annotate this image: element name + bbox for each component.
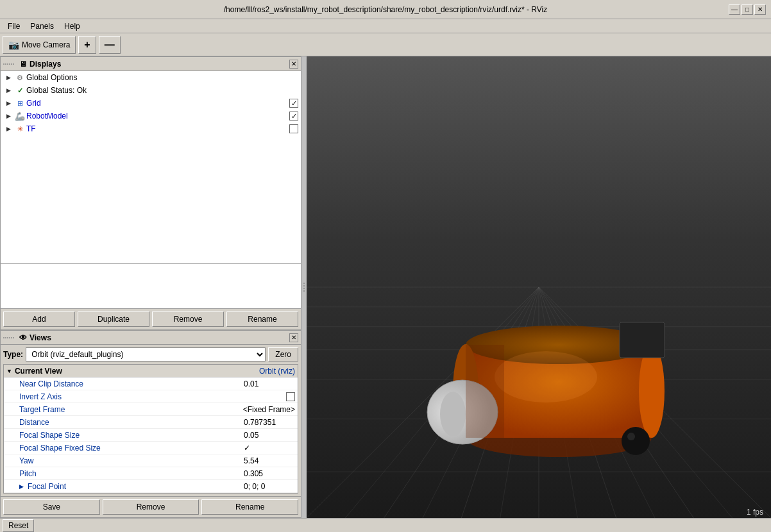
view-prop-near-clip: Near Clip Distance 0.01 [4,378,298,390]
bottom-bar: Reset [0,518,771,532]
tf-checkbox[interactable] [289,124,298,133]
view-prop-target-frame: Target Frame <Fixed Frame> [4,403,298,416]
toolbar: 📷 Move Camera + — [0,33,771,56]
tree-arrow-tf[interactable]: ▶ [3,124,13,134]
focal-shape-size-value: 0.05 [244,431,295,440]
fps-display: 1 fps [744,506,766,518]
displays-panel-header: 🖥 Displays ✕ [1,57,301,71]
close-button[interactable]: ✕ [754,4,766,15]
camera-icon: 📷 [8,40,19,50]
current-view-header[interactable]: ▼ Current View Orbit (rviz) [4,365,298,378]
views-remove-button[interactable]: Remove [103,499,199,515]
list-item[interactable]: ▶ ✳ TF [1,122,301,135]
maximize-button[interactable]: □ [741,4,753,15]
svg-point-33 [627,433,635,440]
displays-panel-title: 🖥 Displays [3,60,61,69]
checkmark-icon: ✓ [15,85,25,96]
displays-content: ▶ ⚙ Global Options ▶ ✓ Global Status: Ok… [1,71,301,263]
menu-bar: File Panels Help [0,19,771,33]
displays-buttons: Add Duplicate Remove Rename [1,308,301,329]
svg-point-32 [622,427,650,455]
distance-value: 0.787351 [244,418,295,427]
focal-shape-size-label: Focal Shape Size [19,431,241,440]
svg-rect-35 [466,345,504,438]
robot-model-label: RobotModel [26,112,288,121]
pitch-label: Pitch [19,469,241,478]
tree-arrow-global-options[interactable]: ▶ [3,72,13,83]
distance-label: Distance [19,418,241,427]
yaw-label: Yaw [19,456,241,465]
tree-arrow-grid[interactable]: ▶ [3,98,13,108]
main-content: 🖥 Displays ✕ ▶ ⚙ Global Options ▶ ✓ Glob… [0,56,771,518]
svg-rect-27 [620,322,665,358]
tf-label: TF [26,124,288,133]
remove-display-button[interactable]: — [99,36,121,54]
add-button[interactable]: Add [3,312,75,327]
window-title: /home/lll/ros2_ws/install/my_robot_descr… [224,5,547,14]
yaw-value: 5.54 [244,456,295,465]
target-frame-label: Target Frame [19,405,241,414]
list-item[interactable]: ▶ 🦾 RobotModel [1,110,301,122]
views-type-label: Type: [3,350,23,359]
views-zero-button[interactable]: Zero [268,347,298,362]
reset-button[interactable]: Reset [3,519,34,532]
focal-point-value: 0; 0; 0 [244,482,295,491]
duplicate-button[interactable]: Duplicate [78,312,149,327]
target-frame-value: <Fixed Frame> [243,405,295,414]
view-prop-focal-shape-size: Focal Shape Size 0.05 [4,429,298,442]
views-panel: 👁 Views ✕ Type: Orbit (rviz_default_plug… [0,330,301,518]
move-camera-label: Move Camera [22,40,70,49]
current-view-value: Orbit (rviz) [259,367,295,376]
menu-help[interactable]: Help [59,21,85,32]
views-type-dropdown[interactable]: Orbit (rviz_default_plugins) [26,347,266,362]
3d-viewport[interactable]: 1 fps [307,56,771,518]
view-prop-focal-point: ▶ Focal Point 0; 0; 0 [4,480,298,493]
list-item[interactable]: ▶ ⊞ Grid [1,97,301,110]
gear-icon: ⚙ [15,72,25,83]
title-bar: /home/lll/ros2_ws/install/my_robot_descr… [0,0,771,19]
near-clip-label: Near Clip Distance [19,379,241,388]
views-type-row: Type: Orbit (rviz_default_plugins) Zero [3,347,298,362]
tree-arrow-global-status[interactable]: ▶ [3,85,13,96]
views-title-text: Views [30,333,51,342]
global-options-label: Global Options [26,73,298,82]
robot-model-checkbox[interactable] [289,112,298,121]
view-prop-distance: Distance 0.787351 [4,416,298,429]
tree-arrow-robotmodel[interactable]: ▶ [3,111,13,121]
svg-point-26 [639,344,665,438]
robot-model [418,249,687,467]
add-display-button[interactable]: + [78,36,96,54]
displays-panel: 🖥 Displays ✕ ▶ ⚙ Global Options ▶ ✓ Glob… [0,56,301,330]
displays-title-text: Displays [30,60,61,69]
menu-file[interactable]: File [3,21,25,32]
views-content: Type: Orbit (rviz_default_plugins) Zero … [1,345,301,496]
views-icon: 👁 [19,333,27,342]
invert-z-label: Invert Z Axis [19,392,284,401]
views-close-button[interactable]: ✕ [289,333,298,342]
remove-button[interactable]: Remove [152,312,224,327]
views-save-button[interactable]: Save [3,499,100,515]
rename-button[interactable]: Rename [226,312,298,327]
grid-checkbox[interactable] [289,99,298,108]
tf-icon: ✳ [15,124,25,134]
views-rename-button[interactable]: Rename [201,499,298,515]
minimize-button[interactable]: — [729,4,740,15]
pitch-value: 0.305 [244,469,295,478]
robot-model-icon: 🦾 [15,111,25,121]
grid-icon: ⊞ [15,98,25,108]
panel-grip [3,63,14,65]
move-camera-button[interactable]: 📷 Move Camera [3,36,76,54]
displays-icon: 🖥 [19,60,27,69]
list-item[interactable]: ▶ ⚙ Global Options [1,71,301,84]
list-item[interactable]: ▶ ✓ Global Status: Ok [1,84,301,97]
properties-area [1,263,301,308]
invert-z-checkbox[interactable] [286,392,295,401]
view-prop-focal-shape-fixed-size: Focal Shape Fixed Size ✓ [4,442,298,454]
displays-close-button[interactable]: ✕ [289,60,298,69]
focal-point-label: Focal Point [28,482,241,491]
views-tree: ▼ Current View Orbit (rviz) Near Clip Di… [3,364,298,494]
splitter-dots [303,283,305,292]
resize-handle[interactable] [301,56,307,518]
menu-panels[interactable]: Panels [25,21,59,32]
view-prop-pitch: Pitch 0.305 [4,467,298,480]
